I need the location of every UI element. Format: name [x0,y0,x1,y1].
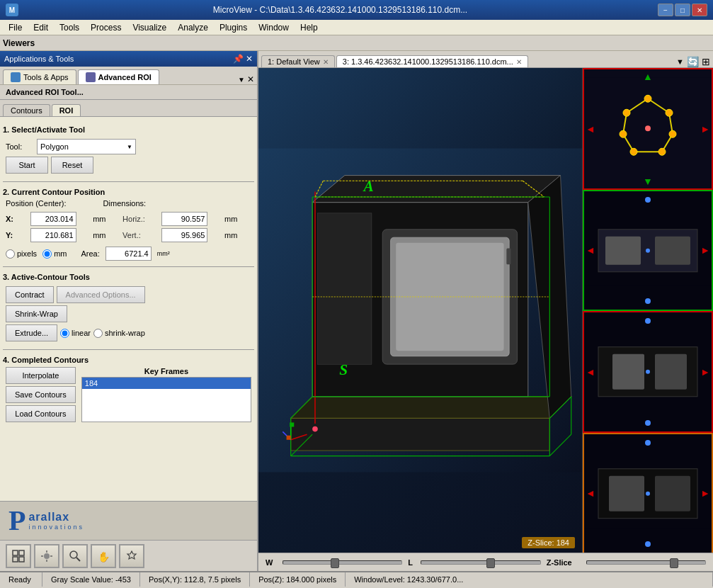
thumb2-right-nav[interactable]: ► [700,244,710,256]
save-contours-button[interactable]: Save Contours [6,386,76,403]
toolbar-brightness-button[interactable] [34,544,59,568]
viewer-maximize-icon[interactable]: ⊞ [702,56,710,67]
viewer-tab-default-label: 1: Default View [268,57,320,66]
thumbnail-1-content [584,69,712,188]
tool-dropdown[interactable]: Polygon ▼ [37,139,136,154]
contract-button[interactable]: Contract [6,286,54,303]
linear-radio[interactable] [60,329,69,338]
x-label: X: [6,215,28,223]
panel-detach-close-icon[interactable]: ✕ [247,74,254,84]
status-window-level: Window/Level: 1243.30/677.0... [346,572,713,587]
toolbar-pan-button[interactable]: ✋ [91,544,116,568]
thumb3-left-nav[interactable]: ◄ [586,366,595,378]
bottom-toolbar: ✋ [0,540,257,571]
key-frames-list[interactable]: 184 [81,377,251,422]
reset-button[interactable]: Reset [51,157,93,174]
thumb2-left-nav[interactable]: ◄ [586,244,595,256]
svg-rect-24 [506,248,510,264]
menu-plugins[interactable]: Plugins [214,21,253,34]
panel-header: Applications & Tools 📌 ✕ [0,51,257,67]
svg-rect-1 [19,550,24,555]
menu-file[interactable]: File [3,21,28,34]
panel-pin-icon[interactable]: 📌 [233,54,244,64]
scene-3d: A S [258,68,582,553]
maximize-button[interactable]: □ [675,4,690,16]
svg-point-75 [646,491,650,495]
menu-process[interactable]: Process [85,21,127,34]
viewer-tab-dcm[interactable]: 3: 1.3.46.423632.141000.1329513186.110.d… [336,55,528,67]
pixels-radio[interactable] [6,249,15,259]
x-input[interactable] [30,212,76,226]
advanced-options-button[interactable]: Advanced Options... [57,286,145,303]
menu-help[interactable]: Help [295,21,324,34]
z-slider[interactable] [586,560,706,565]
thumbnail-3[interactable]: ◄ ► [583,311,713,433]
area-input[interactable] [105,247,152,261]
close-button[interactable]: ✕ [692,4,707,16]
start-button[interactable]: Start [6,157,48,174]
w-slider[interactable] [283,560,402,565]
horiz-input[interactable] [161,212,207,226]
thumb1-left-nav[interactable]: ◄ [586,123,595,135]
tab-contours[interactable]: Contours [3,104,50,116]
menu-window[interactable]: Window [253,21,295,34]
shrink-wrap-button[interactable]: Shrink-Wrap [6,305,67,322]
thumb4-left-nav[interactable]: ◄ [586,487,595,499]
thumb1-right-nav[interactable]: ► [700,123,710,135]
toolbar-search-button[interactable] [62,544,88,568]
viewer-tab-default-close[interactable]: ✕ [323,58,329,66]
viewer-3d[interactable]: A S Z-Slice: 184 [258,68,582,553]
viewer-tab-dcm-close[interactable]: ✕ [516,58,522,66]
svg-text:✋: ✋ [98,551,110,563]
thumb4-blue-dot-bottom [645,541,651,547]
menu-tools[interactable]: Tools [54,21,85,34]
vert-input[interactable] [161,228,207,242]
svg-point-58 [620,130,627,137]
thumbnail-1[interactable]: ▲ ▼ ◄ ► [583,68,713,190]
viewer-dropdown-icon[interactable]: ▼ [676,57,684,66]
shrink-wrap-radio[interactable] [93,329,103,338]
key-frame-184[interactable]: 184 [82,378,251,389]
panel-close-icon[interactable]: ✕ [246,54,253,64]
z-slider-thumb[interactable] [670,558,678,568]
thumb1-bottom-nav[interactable]: ▼ [643,176,653,187]
interpolate-button[interactable]: Interpolate [6,367,76,384]
panel-header-title: Applications & Tools [4,55,74,63]
mm-radio-label[interactable]: mm [42,249,67,259]
toolbar-grid-button[interactable] [6,544,31,568]
panel-dropdown-icon[interactable]: ▼ [238,76,245,84]
menu-edit[interactable]: Edit [28,21,54,34]
svg-text:A: A [363,178,374,195]
menu-visualize[interactable]: Visualize [127,21,172,34]
l-slider[interactable] [421,560,540,565]
section-contour-body: Position (Center): Dimensions: X: mm Hor… [3,198,254,264]
linear-radio-label[interactable]: linear [60,329,91,338]
shrink-wrap-radio-label[interactable]: shrink-wrap [93,329,145,338]
mm-radio[interactable] [42,249,52,259]
brightness-icon [40,549,54,563]
y-input[interactable] [30,228,76,242]
w-slider-thumb[interactable] [331,558,339,568]
menu-analyze[interactable]: Analyze [172,21,214,34]
svg-rect-68 [612,354,644,390]
load-contours-button[interactable]: Load Contours [6,405,76,422]
horiz-unit: mm [224,215,251,223]
pixels-radio-label[interactable]: pixels [6,249,37,259]
thumb3-right-nav[interactable]: ► [700,366,710,378]
viewer-tab-default[interactable]: 1: Default View ✕ [261,55,335,67]
toolbar-settings-button[interactable] [119,544,144,568]
viewer-refresh-icon[interactable]: 🔄 [687,56,699,67]
l-slider-thumb[interactable] [486,558,495,568]
tab-tools-apps[interactable]: Tools & Apps [3,69,76,84]
thumbnail-2[interactable]: ◄ ► [583,190,713,312]
thumb1-top-nav[interactable]: ▲ [643,71,653,82]
right-panel: 1: Default View ✕ 3: 1.3.46.423632.14100… [258,51,713,571]
roi-tab-bar: Contours ROI [0,100,257,117]
extrude-button[interactable]: Extrude... [6,324,57,341]
tab-roi[interactable]: ROI [52,104,81,116]
thumbnail-4[interactable]: ◄ ► [583,433,713,553]
linear-label: linear [72,329,91,337]
minimize-button[interactable]: − [658,4,673,16]
tab-advanced-roi[interactable]: Advanced ROI [78,69,159,84]
thumb4-right-nav[interactable]: ► [700,487,710,499]
